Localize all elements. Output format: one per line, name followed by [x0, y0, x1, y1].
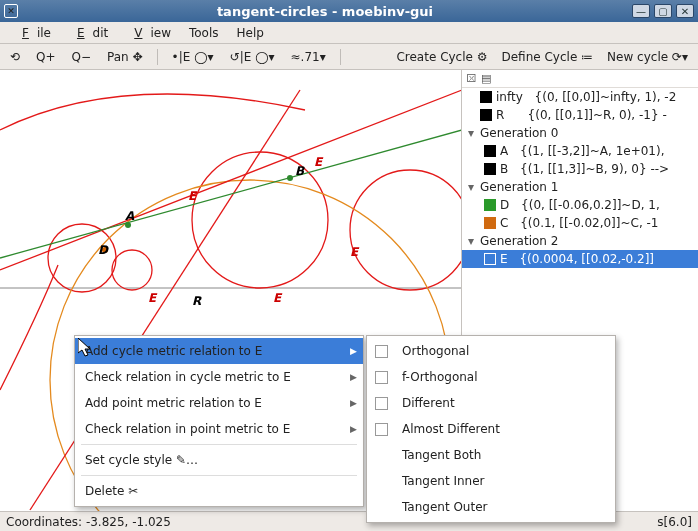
tree-item-r[interactable]: R {(0, [[0,1]]~R, 0), -1} - — [462, 106, 698, 124]
menu-view[interactable]: View — [118, 23, 179, 43]
separator — [157, 49, 158, 65]
submenu-arrow-icon: ▶ — [350, 346, 357, 356]
app-icon: ✕ — [4, 4, 18, 18]
zoom-in-button[interactable]: Q+ — [32, 48, 60, 66]
pan-button[interactable]: Pan ✥ — [103, 48, 147, 66]
checkbox-icon — [375, 345, 388, 358]
tree-item-d[interactable]: D {(0, [[-0.06,0.2]]~D, 1, — [462, 196, 698, 214]
ctx-check-point-metric[interactable]: Check relation in point metric to E▶ — [75, 416, 363, 442]
tree-toolbar: ⮽ ▤ — [462, 70, 698, 88]
reload-button[interactable]: ⟲ — [6, 48, 24, 66]
zoom-out-button[interactable]: Q− — [68, 48, 96, 66]
tree-item-c[interactable]: C {(0.1, [[-0.02,0]]~C, -1 — [462, 214, 698, 232]
svg-text:E: E — [314, 155, 324, 169]
svg-point-4 — [350, 170, 462, 290]
new-cycle-button[interactable]: New cycle ⟳▾ — [603, 48, 692, 66]
checkbox-icon — [375, 423, 388, 436]
tree-item-e[interactable]: E {(0.0004, [[0.02,-0.2]] — [462, 250, 698, 268]
sub-f-orthogonal[interactable]: f-Orthogonal — [367, 364, 615, 390]
tree-group-gen2[interactable]: ▾ Generation 2 — [462, 232, 698, 250]
menu-separator — [81, 475, 357, 476]
toolbar: ⟲ Q+ Q− Pan ✥ •|E ◯▾ ↺|E ◯▾ ≈.71▾ Create… — [0, 44, 698, 70]
sub-tangent-outer[interactable]: Tangent Outer — [367, 494, 615, 520]
checkbox-icon — [375, 371, 388, 384]
status-coords: Coordinates: -3.825, -1.025 — [6, 515, 171, 529]
svg-text:D: D — [98, 243, 109, 257]
context-submenu: Orthogonal f-Orthogonal Different Almost… — [366, 335, 616, 523]
create-cycle-button[interactable]: Create Cycle ⚙ — [392, 48, 491, 66]
menubar: File Edit View Tools Help — [0, 22, 698, 44]
twisty-icon[interactable]: ▾ — [466, 126, 476, 140]
close-button[interactable]: ✕ — [676, 4, 694, 18]
svg-text:R: R — [192, 294, 202, 308]
svg-text:E: E — [350, 245, 360, 259]
tree-expand-icon[interactable]: ▤ — [481, 72, 491, 85]
sub-tangent-both[interactable]: Tangent Both — [367, 442, 615, 468]
tree-group-gen1[interactable]: ▾ Generation 1 — [462, 178, 698, 196]
svg-point-2 — [112, 250, 152, 290]
svg-text:A: A — [125, 209, 135, 223]
ctx-delete[interactable]: Delete ✂ — [75, 478, 363, 504]
svg-line-8 — [0, 130, 462, 258]
checkbox-icon — [375, 397, 388, 410]
sub-almost-different[interactable]: Almost Different — [367, 416, 615, 442]
sub-tangent-inner[interactable]: Tangent Inner — [367, 468, 615, 494]
svg-text:E: E — [273, 291, 283, 305]
menu-separator — [81, 444, 357, 445]
maximize-button[interactable]: ▢ — [654, 4, 672, 18]
sub-different[interactable]: Different — [367, 390, 615, 416]
context-menu: Add cycle metric relation to E▶ Check re… — [74, 335, 364, 507]
twisty-icon[interactable]: ▾ — [466, 234, 476, 248]
submenu-arrow-icon: ▶ — [350, 424, 357, 434]
ctx-set-style[interactable]: Set cycle style ✎… — [75, 447, 363, 473]
tree-item-a[interactable]: A {(1, [[-3,2]]~A, 1e+01), — [462, 142, 698, 160]
mode-point-button[interactable]: •|E ◯▾ — [168, 48, 218, 66]
svg-point-1 — [48, 224, 116, 292]
ctx-add-cycle-metric[interactable]: Add cycle metric relation to E▶ — [75, 338, 363, 364]
tree-group-gen0[interactable]: ▾ Generation 0 — [462, 124, 698, 142]
window-title: tangent-circles - moebinv-gui — [24, 4, 626, 19]
window-buttons: — ▢ ✕ — [632, 4, 694, 18]
twisty-icon[interactable]: ▾ — [466, 180, 476, 194]
ctx-check-cycle-metric[interactable]: Check relation in cycle metric to E▶ — [75, 364, 363, 390]
titlebar: ✕ tangent-circles - moebinv-gui — ▢ ✕ — [0, 0, 698, 22]
submenu-arrow-icon: ▶ — [350, 372, 357, 382]
tree-item-b[interactable]: B {(1, [[1,3]]~B, 9), 0} --> — [462, 160, 698, 178]
sub-orthogonal[interactable]: Orthogonal — [367, 338, 615, 364]
menu-tools[interactable]: Tools — [181, 23, 227, 43]
define-cycle-button[interactable]: Define Cycle ≔ — [498, 48, 598, 66]
tree-item-infty[interactable]: infty {(0, [[0,0]]~infty, 1), -2 — [462, 88, 698, 106]
svg-line-6 — [0, 90, 462, 270]
approx-button[interactable]: ≈.71▾ — [287, 48, 330, 66]
menu-help[interactable]: Help — [229, 23, 272, 43]
ctx-add-point-metric[interactable]: Add point metric relation to E▶ — [75, 390, 363, 416]
mode-rotate-button[interactable]: ↺|E ◯▾ — [226, 48, 279, 66]
status-scale: s[6.0] — [657, 515, 692, 529]
menu-file[interactable]: File — [6, 23, 59, 43]
tree-collapse-icon[interactable]: ⮽ — [466, 72, 477, 85]
submenu-arrow-icon: ▶ — [350, 398, 357, 408]
minimize-button[interactable]: — — [632, 4, 650, 18]
svg-text:B: B — [295, 164, 305, 178]
menu-edit[interactable]: Edit — [61, 23, 116, 43]
svg-point-10 — [287, 175, 293, 181]
separator — [340, 49, 341, 65]
svg-text:E: E — [148, 291, 158, 305]
